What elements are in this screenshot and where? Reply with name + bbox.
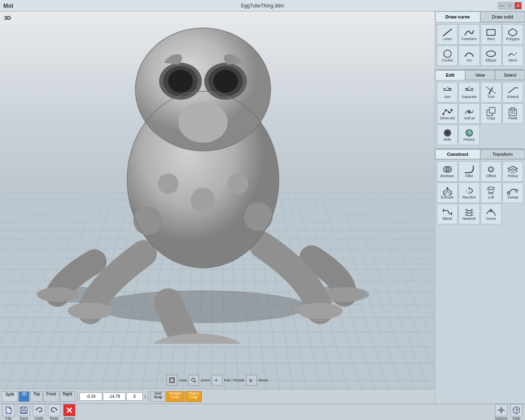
close-button[interactable]: ✕ [514,2,522,9]
svg-point-16 [213,70,238,93]
svg-point-0 [94,290,308,323]
maximize-button[interactable]: □ [506,2,514,9]
tab-draw-solid[interactable]: Draw solid [480,11,525,22]
freeform-label: Freeform [462,37,477,41]
rect-tool[interactable]: Rect [481,24,502,45]
front-button[interactable]: Front [43,391,59,402]
svg-rect-26 [170,379,173,382]
svg-marker-84 [56,409,57,411]
svg-text:?: ? [515,408,518,413]
curve-tool[interactable]: Curve [481,204,502,224]
undo-button[interactable] [33,404,45,416]
options-button[interactable] [495,404,507,416]
y-coord-input[interactable] [103,393,126,401]
svg-line-44 [509,88,515,93]
svg-text:✛: ✛ [215,378,218,383]
svg-point-49 [450,109,452,111]
svg-point-22 [191,188,215,212]
svg-point-7 [148,333,246,344]
extrude-tool[interactable]: Extrude [437,183,458,203]
planar-tool[interactable]: Planar [502,161,523,182]
svg-point-13 [168,70,193,93]
svg-point-3 [37,287,78,302]
svg-point-27 [192,378,195,381]
minimize-button[interactable]: — [498,2,505,9]
circles-tool[interactable]: Circles [437,46,458,66]
show-pts-tool[interactable]: Show pts [437,103,458,124]
ellipse-label: Ellipse [486,59,497,63]
reset-tool[interactable]: ⊠ [246,375,257,386]
tab-select[interactable]: Select [495,70,525,80]
redo-label: Redo [47,416,61,420]
save-button[interactable] [18,404,30,416]
tab-edit[interactable]: Edit [435,70,465,80]
top-button[interactable]: Top [30,391,43,402]
sweep-label: Sweep [507,196,519,200]
reset-label: Reset [258,378,268,382]
trim-label: Trim [487,95,495,99]
x-coord-input[interactable] [80,393,102,401]
boolean-tool[interactable]: Boolean [437,161,458,182]
tab-construct[interactable]: Construct [435,149,480,159]
fillet-tool[interactable]: Fillet [459,161,479,182]
offset-tool[interactable]: Offset [481,161,502,182]
right-button[interactable]: Right [60,391,75,402]
delete-label: Delete [62,416,76,420]
blend-label: Blend [443,217,452,221]
zoom-tool[interactable] [188,375,199,386]
svg-rect-54 [489,107,495,113]
ellipse-tool[interactable]: Ellipse [481,46,502,66]
hide-tool[interactable]: Hide [437,125,458,145]
join-label: Join [444,95,451,99]
straight-snap-button[interactable]: StraightSnap [166,391,185,402]
extend-tool[interactable]: Extend [502,82,523,103]
svg-rect-81 [22,407,25,409]
delete-button[interactable] [63,404,75,416]
split-button[interactable]: Split [2,391,18,402]
svg-point-48 [448,112,450,114]
svg-line-31 [443,29,452,36]
extend-label: Extend [507,95,518,99]
svg-point-66 [446,167,452,172]
paste-tool[interactable]: Paste [502,103,523,124]
svg-point-35 [486,51,495,57]
add-pt-tool[interactable]: Add pt [459,103,479,124]
pan-rotate-tool[interactable]: ✛ [212,375,222,386]
object-snap-button[interactable]: ObjectSnap [185,391,202,402]
tab-view[interactable]: View [465,70,495,80]
separate-label: Separate [462,95,477,99]
trim-tool[interactable]: Trim [481,82,502,103]
sweep-tool[interactable]: Sweep [502,183,523,203]
grid-snap-button[interactable]: GridSnap [151,391,165,402]
area-tool[interactable] [167,375,177,386]
blend-tool[interactable]: Blend [437,204,458,224]
copy-tool[interactable]: Copy [481,103,502,124]
loft-tool[interactable]: Loft [481,183,502,203]
network-tool[interactable]: Network [459,204,479,224]
redo-button[interactable] [48,404,60,416]
svg-text:⊠: ⊠ [249,378,252,383]
more-label: More [509,59,517,63]
svg-rect-56 [511,108,515,110]
freeform-tool[interactable]: Freeform [459,24,479,45]
file-button[interactable] [2,404,15,416]
3d-button[interactable]: 3D [18,391,30,402]
polygon-tool[interactable]: Polygon [502,24,523,45]
tab-transform[interactable]: Transform [480,149,525,159]
svg-point-17 [178,102,228,143]
svg-marker-45 [517,87,518,89]
history-label: History [463,138,475,142]
tab-draw-curve[interactable]: Draw curve [435,11,480,22]
lines-tool[interactable]: Lines [437,24,458,45]
show-pts-label: Show pts [440,116,455,121]
separate-tool[interactable]: Separate [459,82,479,103]
help-button[interactable]: ? [510,404,523,416]
more-tool[interactable]: More [502,46,523,66]
arc-tool[interactable]: Arc [459,46,479,66]
planar-label: Planar [507,174,518,178]
history-tool[interactable]: History [459,125,479,145]
svg-marker-43 [488,93,491,94]
revolve-tool[interactable]: Revolve [459,183,479,203]
join-tool[interactable]: Join [437,82,458,103]
z-coord-input[interactable] [126,393,143,401]
